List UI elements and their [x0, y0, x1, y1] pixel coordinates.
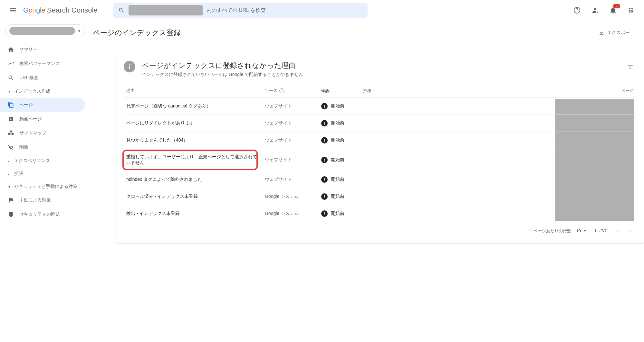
sidebar-item-video-pages[interactable]: 動画ページ: [0, 112, 85, 126]
help-icon: [573, 6, 581, 14]
table-header: 理由 ソース ? 確認 ↓ 推移 ページ: [124, 84, 636, 98]
col-pages[interactable]: ページ: [415, 88, 634, 94]
rows-per-page: 1 ページあたりの行数: 10 ▼: [530, 228, 587, 234]
sidebar-item-url-inspect[interactable]: URL 検査: [0, 71, 85, 85]
logo[interactable]: Google Search Console: [23, 6, 98, 14]
triangle-down-icon: ▼: [8, 185, 12, 189]
search-icon: [8, 75, 14, 81]
sidebar-item-security-issues[interactable]: セキュリティの問題: [0, 207, 85, 221]
table-row[interactable]: クロール済み - インデックス未登録Google システム!開始前: [124, 188, 636, 205]
shield-icon: [8, 211, 14, 217]
cell-status: !開始前: [321, 193, 363, 200]
chevron-down-icon: ▼: [583, 229, 587, 233]
menu-button[interactable]: [5, 3, 21, 18]
status-icon: !: [321, 103, 328, 109]
visibility-off-icon: [8, 144, 14, 151]
pagination: 1 ページあたりの行数: 10 ▼ 1～7/7 ‹ ›: [124, 222, 636, 236]
reasons-card: i ページがインデックスに登録されなかった理由 インデックスに登録されていないペ…: [116, 53, 644, 243]
notifications-button[interactable]: 65: [605, 3, 621, 18]
status-icon: !: [321, 157, 328, 163]
page-nav: ‹ ›: [614, 226, 634, 236]
export-button[interactable]: エクスポー: [594, 27, 634, 39]
search-icon: [118, 7, 125, 14]
triangle-right-icon: ▸: [8, 172, 12, 176]
cell-source: ウェブサイト: [265, 177, 321, 182]
help-icon[interactable]: ?: [279, 88, 284, 93]
sidebar-item-label: セキュリティの問題: [19, 211, 60, 217]
table-row[interactable]: ページにリダイレクトがありますウェブサイト!開始前: [124, 115, 636, 132]
table-row[interactable]: noindex タグによって除外されましたウェブサイト!開始前: [124, 171, 636, 188]
table-row[interactable]: 重複しています。ユーザーにより、正規ページとして選択されていませんウェブサイト!…: [124, 149, 636, 171]
info-icon: i: [124, 61, 135, 72]
user-settings-button[interactable]: [587, 3, 603, 18]
page-header: ページのインデックス登録 エクスポー: [90, 21, 644, 45]
sidebar-section-label: 拡張: [14, 171, 23, 177]
cell-reason: 検出 - インデックス未登録: [126, 211, 265, 217]
sidebar-item-manual-actions[interactable]: 手動による対策: [0, 193, 85, 207]
col-confirm[interactable]: 確認 ↓: [321, 88, 363, 94]
status-icon: !: [321, 193, 328, 200]
col-trend[interactable]: 推移: [363, 88, 415, 94]
cell-source: ウェブサイト: [265, 157, 321, 163]
home-icon: [8, 46, 14, 53]
page-title: ページのインデックス登録: [90, 28, 181, 38]
filter-button[interactable]: [624, 61, 636, 73]
cell-source: ウェブサイト: [265, 103, 321, 109]
sidebar-section-experience[interactable]: ▸ エクスペリエンス: [0, 154, 90, 167]
apps-icon: [628, 7, 634, 14]
sidebar-item-label: 削除: [19, 144, 28, 150]
arrow-down-icon: ↓: [331, 88, 333, 93]
cell-source: ウェブサイト: [265, 120, 321, 126]
status-label: 開始前: [331, 103, 344, 109]
cell-status: !開始前: [321, 176, 363, 183]
status-icon: !: [321, 210, 328, 217]
main-content: ページのインデックス登録 エクスポー i ページがインデックスに登録されなかった…: [90, 21, 644, 342]
user-settings-icon: [591, 6, 599, 14]
status-label: 開始前: [331, 137, 344, 143]
sidebar-item-summary[interactable]: サマリー: [0, 42, 85, 57]
cell-reason: ページにリダイレクトがあります: [126, 120, 265, 126]
table-row[interactable]: 見つかりませんでした（404）ウェブサイト!開始前: [124, 132, 636, 149]
sidebar-section-enhancements[interactable]: ▸ 拡張: [0, 167, 90, 180]
search-bar[interactable]: 内のすべての URL を検査: [113, 3, 368, 18]
sidebar-item-removals[interactable]: 削除: [0, 140, 85, 154]
status-label: 開始前: [331, 120, 344, 126]
search-placeholder: 内のすべての URL を検査: [207, 7, 266, 14]
header-actions: 65: [569, 3, 639, 18]
sidebar-item-label: サマリー: [19, 47, 37, 52]
next-page-button[interactable]: ›: [627, 226, 634, 236]
status-label: 開始前: [331, 194, 344, 199]
flag-icon: [8, 197, 14, 203]
cell-source: Google システム: [265, 194, 321, 199]
cell-status: !開始前: [321, 120, 363, 126]
sidebar-section-security[interactable]: ▼ セキュリティと手動による対策: [0, 180, 90, 193]
property-selector[interactable]: ▼: [5, 24, 85, 37]
sidebar-section-label: エクスペリエンス: [14, 158, 50, 164]
google-logo: Google: [23, 6, 45, 14]
cell-status: !開始前: [321, 157, 363, 163]
rows-per-page-label: 1 ページあたりの行数:: [530, 228, 572, 234]
sidebar-item-performance[interactable]: 検索パフォーマンス: [0, 57, 85, 71]
status-icon: !: [321, 120, 328, 126]
trend-icon: [8, 60, 14, 67]
sidebar-item-label: ページ: [19, 102, 33, 108]
table-row[interactable]: 代替ページ（適切な canonical タグあり）ウェブサイト!開始前: [124, 98, 636, 115]
sidebar-item-sitemaps[interactable]: サイトマップ: [0, 126, 85, 140]
col-source[interactable]: ソース ?: [265, 88, 321, 94]
sidebar-item-label: 動画ページ: [19, 116, 42, 122]
notification-badge: 65: [613, 4, 620, 8]
apps-button[interactable]: [623, 3, 639, 18]
cell-reason: 代替ページ（適切な canonical タグあり）: [126, 103, 265, 109]
sidebar-item-pages[interactable]: ページ: [0, 98, 85, 112]
cell-status: !開始前: [321, 137, 363, 143]
rows-per-page-select[interactable]: 10 ▼: [576, 228, 586, 233]
sidebar-section-indexing[interactable]: ▼ インデックス作成: [0, 85, 90, 98]
col-reason[interactable]: 理由: [126, 88, 265, 94]
cell-reason: 重複しています。ユーザーにより、正規ページとして選択されていません: [126, 154, 265, 166]
prev-page-button[interactable]: ‹: [614, 226, 621, 236]
help-button[interactable]: [569, 3, 585, 18]
sitemap-icon: [8, 130, 14, 136]
triangle-right-icon: ▸: [8, 159, 12, 163]
property-name-redacted: [9, 27, 75, 35]
table-row[interactable]: 検出 - インデックス未登録Google システム!開始前: [124, 205, 636, 222]
